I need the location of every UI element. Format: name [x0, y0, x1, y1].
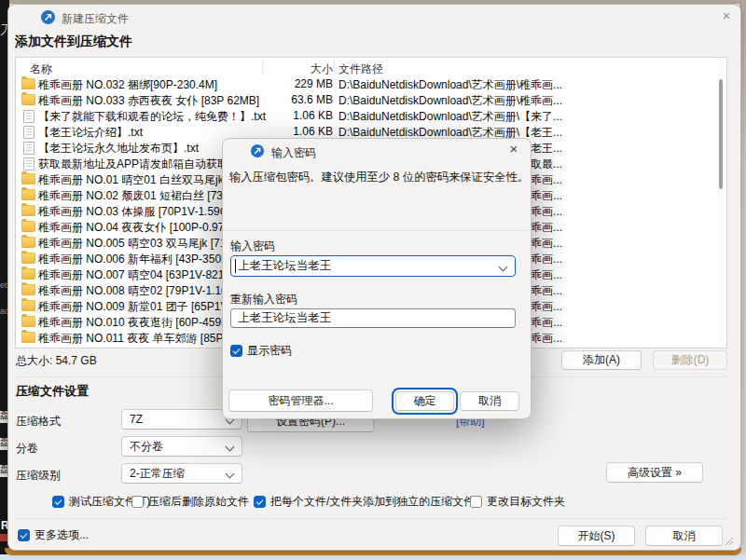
password-label: 输入密码	[230, 239, 275, 254]
checkbox-icon	[230, 345, 242, 357]
reenter-password-label: 重新输入密码	[230, 292, 297, 307]
checkbox-label: 显示密码	[247, 343, 292, 359]
text-caret	[235, 259, 236, 273]
password-dialog-title: 输入密码	[271, 145, 316, 161]
password-input[interactable]	[230, 255, 516, 277]
password-dialog-layer: 输入密码 × 输入压缩包密码。建议使用至少 8 位的密码来保证安全性。 输入密码…	[0, 0, 746, 560]
password-instruction: 输入压缩包密码。建议使用至少 8 位的密码来保证安全性。	[229, 170, 529, 185]
password-cancel-button[interactable]: 取消	[460, 391, 519, 411]
screen: 刀 et ac 盘 盘 盘 R 新建压缩文件 × 添加文件到压缩文件 名称 大小…	[0, 0, 746, 560]
close-icon[interactable]: ×	[504, 141, 523, 157]
divider	[223, 230, 529, 231]
show-password-checkbox[interactable]: 显示密码	[230, 343, 292, 358]
app-icon	[251, 144, 264, 157]
reenter-password-input[interactable]	[230, 308, 516, 328]
ok-button[interactable]: 确定	[395, 391, 454, 411]
password-manager-button[interactable]: 密码管理器...	[228, 389, 373, 412]
